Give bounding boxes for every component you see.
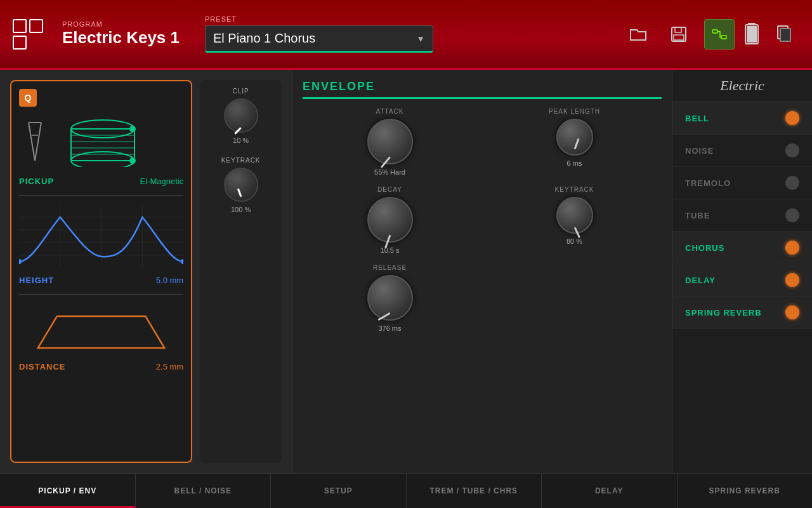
program-label: PROGRAM	[62, 20, 180, 28]
decay-param: DECAY 10.5 s	[303, 186, 477, 254]
distance-row: DISTANCE 2.5 mm	[19, 362, 183, 371]
svg-rect-2	[674, 35, 684, 40]
main-content: Q	[0, 70, 812, 473]
routing-button[interactable]	[704, 19, 735, 50]
effect-row-noise[interactable]: NOISE	[672, 135, 812, 167]
svg-marker-32	[38, 316, 164, 348]
logo-square-br	[29, 36, 43, 50]
release-value: 376 ms	[378, 324, 401, 332]
effect-label-chorus: CHORUS	[685, 243, 724, 253]
effect-toggle-bell[interactable]	[785, 111, 799, 125]
svg-rect-4	[721, 36, 726, 39]
distance-trapezoid-svg	[19, 304, 183, 354]
peak-length-label: PEAK LENGTH	[549, 108, 600, 115]
pickup-type: El-Magnetic	[140, 177, 184, 186]
effect-toggle-noise[interactable]	[785, 144, 799, 157]
tabs-container: PICKUP / ENVBELL / NOISESETUPTREM / TUBE…	[0, 474, 812, 508]
program-section: PROGRAM Electric Keys 1	[62, 20, 180, 48]
distance-label: DISTANCE	[19, 362, 65, 371]
clip-knob[interactable]	[224, 98, 258, 133]
keytrack-knob[interactable]	[224, 168, 258, 202]
env-keytrack-param: KEYTRACK 80 %	[487, 186, 662, 254]
svg-rect-15	[71, 129, 134, 161]
clip-label: CLIP	[232, 88, 249, 95]
tab-spring_reverb[interactable]: SPRING REVERB	[678, 474, 813, 508]
folder-button[interactable]	[623, 19, 653, 50]
clip-value: 10 %	[233, 137, 249, 144]
svg-line-11	[35, 123, 41, 161]
svg-rect-9	[780, 29, 790, 41]
svg-rect-3	[712, 30, 717, 33]
release-knob[interactable]	[367, 275, 413, 321]
svg-point-21	[129, 126, 136, 132]
clip-keytrack-panel: CLIP 10 % KEYTRACK 100 %	[200, 80, 282, 463]
height-value: 5.0 mm	[156, 276, 183, 285]
envelope-panel: ENVELOPE ATTACK 55% Hard PEAK LENGTH 6 m…	[292, 70, 672, 473]
save-button[interactable]	[664, 19, 694, 50]
attack-param: ATTACK 55% Hard	[303, 108, 477, 176]
attack-knob[interactable]	[367, 119, 413, 164]
release-param: RELEASE 376 ms	[303, 264, 477, 332]
logo-grid	[13, 19, 43, 50]
effect-toggle-spring_reverb[interactable]	[785, 305, 799, 319]
effect-toggle-tube[interactable]	[785, 208, 799, 222]
effect-row-tremolo[interactable]: TREMOLO	[672, 167, 812, 199]
env-keytrack-label: KEYTRACK	[555, 186, 594, 193]
envelope-header: ENVELOPE	[303, 80, 662, 99]
keytrack-knob-indicator	[237, 188, 242, 197]
pickup-fork-icon	[19, 116, 54, 167]
chevron-down-icon: ▼	[416, 34, 425, 44]
clip-section: CLIP 10 %	[224, 88, 258, 144]
tab-setup[interactable]: SETUP	[271, 474, 407, 508]
pickup-card: Q	[10, 80, 192, 463]
effect-label-tremolo: TREMOLO	[685, 178, 731, 188]
effect-row-tube[interactable]: TUBE	[672, 199, 812, 232]
tab-bell_noise[interactable]: BELL / NOISE	[136, 474, 272, 508]
tab-delay[interactable]: DELAY	[542, 474, 678, 508]
effect-row-bell[interactable]: BELL	[672, 102, 812, 135]
decay-label: DECAY	[377, 186, 402, 193]
pickup-coil-icon	[62, 116, 144, 167]
distance-trapezoid	[19, 304, 183, 354]
battery-icon	[745, 23, 759, 46]
svg-rect-1	[675, 27, 681, 32]
effect-row-chorus[interactable]: CHORUS	[672, 232, 812, 264]
pages-button[interactable]	[769, 19, 799, 50]
keytrack-section: KEYTRACK 100 %	[221, 157, 261, 213]
svg-point-30	[19, 259, 22, 264]
preset-section: PRESET El Piano 1 Chorus ▼	[205, 15, 433, 53]
attack-label: ATTACK	[376, 108, 404, 115]
program-name: Electric Keys 1	[62, 28, 180, 48]
effect-toggle-delay[interactable]	[785, 273, 799, 287]
keytrack-label: KEYTRACK	[221, 157, 261, 164]
svg-point-22	[129, 157, 136, 164]
preset-value: El Piano 1 Chorus	[213, 31, 315, 46]
pickup-label-row: PICKUP El-Magnetic	[19, 177, 183, 186]
env-keytrack-value: 80 %	[566, 237, 582, 245]
env-keytrack-knob[interactable]	[556, 197, 593, 234]
effect-label-delay: DELAY	[685, 276, 716, 285]
peak-length-value: 6 ms	[567, 159, 582, 167]
logo-square-tr	[29, 19, 43, 33]
divider-2	[19, 294, 183, 295]
decay-value: 10.5 s	[381, 246, 400, 254]
preset-dropdown[interactable]: El Piano 1 Chorus ▼	[205, 25, 433, 53]
release-label: RELEASE	[373, 264, 407, 271]
height-curve-svg	[19, 204, 183, 268]
bottom-tabs: PICKUP / ENVBELL / NOISESETUPTREM / TUBE…	[0, 473, 812, 508]
tab-pickup_env[interactable]: PICKUP / ENV	[0, 474, 136, 508]
effect-label-bell: BELL	[685, 114, 709, 123]
logo-square-tl	[13, 19, 27, 33]
effect-toggle-chorus[interactable]	[785, 241, 799, 255]
tab-trem_tube[interactable]: TREM / TUBE / CHRS	[407, 474, 542, 508]
effect-row-spring_reverb[interactable]: SPRING REVERB	[672, 297, 812, 329]
left-panel: Q	[0, 70, 292, 473]
keytrack-value: 100 %	[231, 206, 251, 213]
height-curve	[19, 204, 183, 268]
decay-knob[interactable]	[367, 197, 413, 243]
effect-row-delay[interactable]: DELAY	[672, 264, 812, 297]
attack-value: 55% Hard	[374, 168, 405, 176]
effect-toggle-tremolo[interactable]	[785, 176, 799, 190]
peak-length-knob[interactable]	[556, 119, 593, 156]
q-badge: Q	[19, 89, 37, 107]
